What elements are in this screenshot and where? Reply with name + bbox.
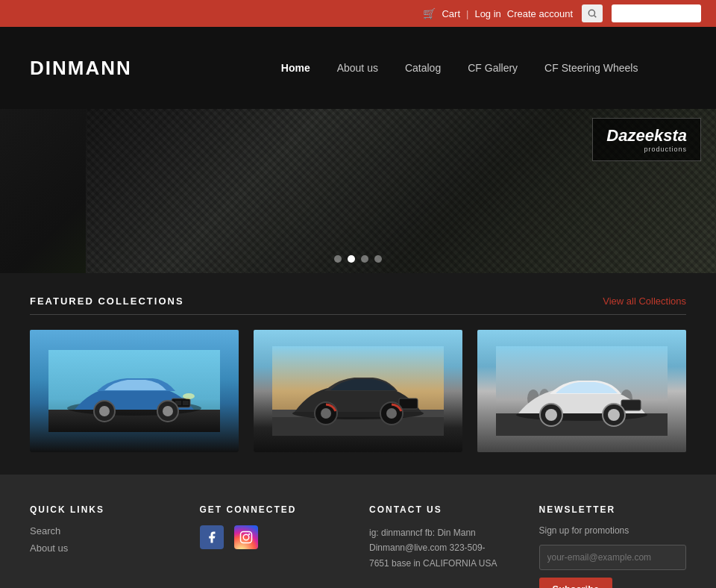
facebook-svg — [205, 531, 219, 544]
footer-get-connected: GET CONNECTED — [200, 504, 348, 588]
collection-image-e63 — [254, 330, 462, 452]
search-icon — [587, 8, 597, 19]
svg-point-32 — [608, 409, 620, 421]
nav-cf-gallery[interactable]: CF Gallery — [468, 62, 518, 74]
collections-grid: BMW E60 M5 — [30, 330, 686, 452]
footer-link-search[interactable]: Search — [30, 525, 178, 537]
footer: QUICK LINKS Search About us GET CONNECTE… — [0, 475, 716, 588]
newsletter-title: NEWSLETTER — [539, 504, 687, 515]
site-logo[interactable]: DINMANN — [30, 57, 132, 80]
slider-dot-1[interactable] — [334, 255, 342, 263]
create-account-link[interactable]: Create account — [507, 8, 573, 19]
svg-point-19 — [321, 408, 331, 419]
contact-ig: ig: dinmanncf fb: Din Mann — [369, 528, 476, 538]
newsletter-email-input[interactable] — [539, 545, 687, 570]
svg-point-35 — [248, 534, 250, 535]
car-svg-e63 — [272, 346, 444, 436]
instagram-icon[interactable] — [234, 525, 258, 549]
svg-point-12 — [183, 393, 195, 399]
svg-rect-28 — [621, 400, 641, 410]
nav-cf-steering-wheels[interactable]: CF Steering Wheels — [544, 62, 638, 74]
footer-grid: QUICK LINKS Search About us GET CONNECTE… — [30, 504, 686, 588]
facebook-icon[interactable] — [200, 525, 224, 549]
svg-rect-33 — [240, 532, 251, 543]
footer-quick-links: QUICK LINKS Search About us — [30, 504, 178, 588]
contact-email: Dinmann@live.com 323-509- — [369, 542, 486, 553]
hero-brand-overlay: Dazeeksta productions — [592, 118, 701, 161]
get-connected-title: GET CONNECTED — [200, 504, 348, 515]
social-icons — [200, 525, 348, 549]
footer-newsletter: NEWSLETTER Sign up for promotions Subscr… — [539, 504, 687, 588]
search-button[interactable] — [582, 4, 603, 22]
collection-image-e60 — [30, 330, 239, 452]
instagram-svg — [239, 531, 253, 544]
svg-line-1 — [594, 16, 597, 18]
hero-overlay-subtitle: productions — [606, 146, 687, 153]
header: DINMANN Home About us Catalog CF Gallery… — [0, 27, 716, 109]
svg-rect-7 — [183, 401, 189, 405]
hero-slider: Dazeeksta productions — [0, 109, 716, 273]
main-nav: Home About us Catalog CF Gallery CF Stee… — [281, 62, 638, 74]
hero-overlay-text: Dazeeksta — [606, 126, 687, 145]
car-svg-e60 — [48, 350, 220, 432]
slider-dot-3[interactable] — [361, 255, 368, 263]
newsletter-description: Sign up for promotions — [539, 525, 687, 536]
search-input[interactable] — [612, 4, 701, 22]
svg-point-0 — [588, 10, 594, 16]
slider-dot-2[interactable] — [348, 255, 355, 263]
section-title: FEATURED COLLECTIONS — [30, 295, 184, 307]
cart-link[interactable]: Cart — [442, 8, 460, 19]
cart-icon: 🛒 — [423, 7, 436, 19]
main-content: FEATURED COLLECTIONS View all Collection… — [0, 273, 716, 475]
top-bar-actions: 🛒 Cart | Log in Create account — [423, 7, 573, 19]
nav-catalog[interactable]: Catalog — [405, 62, 441, 74]
collection-card-e90[interactable]: BMW E90 M3 — [477, 330, 686, 452]
divider: | — [466, 8, 468, 19]
svg-point-11 — [163, 406, 173, 416]
quick-links-title: QUICK LINKS — [30, 504, 178, 515]
footer-contact: CONTACT US ig: dinmanncf fb: Din Mann Di… — [369, 504, 517, 588]
svg-point-21 — [386, 408, 397, 419]
car-svg-e90 — [496, 346, 668, 436]
view-all-collections-link[interactable]: View all Collections — [603, 295, 686, 307]
nav-about[interactable]: About us — [337, 62, 378, 74]
contact-text: ig: dinmanncf fb: Din Mann Dinmann@live.… — [369, 525, 517, 571]
collection-card-e63[interactable]: BMW E63 M6 — [254, 330, 462, 452]
contact-title: CONTACT US — [369, 504, 517, 515]
slider-dots — [334, 255, 382, 263]
footer-link-about[interactable]: About us — [30, 542, 178, 554]
subscribe-button[interactable]: Subscribe — [539, 578, 613, 588]
svg-point-30 — [545, 409, 557, 421]
slider-dot-4[interactable] — [374, 255, 382, 263]
svg-point-34 — [243, 534, 249, 540]
collections-header: FEATURED COLLECTIONS View all Collection… — [30, 295, 686, 315]
collection-image-e90 — [477, 330, 686, 452]
collection-card-e60[interactable]: BMW E60 M5 — [30, 330, 239, 452]
svg-point-9 — [99, 406, 110, 416]
login-link[interactable]: Log in — [474, 8, 500, 19]
nav-home[interactable]: Home — [281, 62, 310, 74]
contact-phone: 7651 base in CALIFORNIA USA — [369, 558, 497, 569]
top-bar: 🛒 Cart | Log in Create account — [0, 0, 716, 27]
